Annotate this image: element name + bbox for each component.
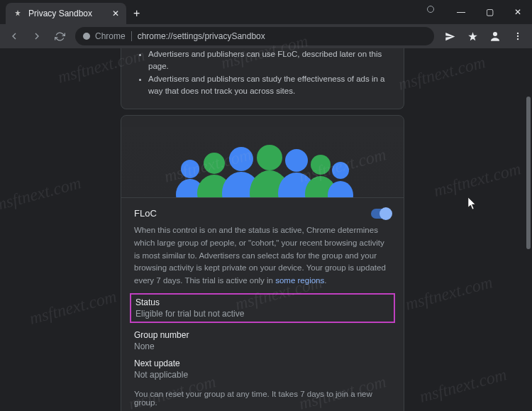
svg-point-1 bbox=[493, 32, 497, 36]
svg-point-3 bbox=[517, 35, 519, 37]
bullet-item: Advertisers and publishers can use FLoC,… bbox=[148, 48, 391, 73]
bookmark-icon[interactable] bbox=[462, 26, 482, 46]
status-value: Eligible for trial but not active bbox=[135, 309, 389, 319]
browser-tab[interactable]: Privacy Sandbox ✕ bbox=[6, 3, 126, 24]
tab-title: Privacy Sandbox bbox=[28, 9, 106, 18]
back-button[interactable] bbox=[4, 26, 24, 46]
floc-toggle[interactable] bbox=[371, 209, 391, 219]
forward-button[interactable] bbox=[27, 26, 47, 46]
floc-card: FLoC When this control is on and the sta… bbox=[121, 115, 404, 411]
status-label: Status bbox=[135, 297, 389, 307]
floc-illustration bbox=[121, 127, 404, 198]
minimize-button[interactable]: — bbox=[447, 2, 475, 22]
new-tab-button[interactable]: + bbox=[133, 7, 140, 20]
some-regions-link[interactable]: some regions bbox=[275, 276, 324, 285]
svg-point-15 bbox=[311, 155, 331, 175]
media-indicator-icon[interactable] bbox=[427, 6, 434, 13]
svg-point-2 bbox=[517, 33, 519, 34]
floc-title: FLoC bbox=[134, 208, 157, 219]
floc-description: When this control is on and the status i… bbox=[134, 224, 391, 287]
site-chip-label: Chrome bbox=[95, 31, 126, 41]
svg-point-7 bbox=[204, 153, 225, 174]
group-value: None bbox=[134, 341, 391, 351]
menu-icon[interactable] bbox=[508, 26, 528, 46]
toolbar: Chrome chrome://settings/privacySandbox bbox=[0, 24, 532, 48]
next-update-value: Not applicable bbox=[134, 370, 391, 380]
site-chip: Chrome bbox=[82, 31, 132, 41]
status-highlight: Status Eligible for trial but not active bbox=[130, 293, 395, 323]
svg-point-9 bbox=[229, 147, 253, 171]
group-label: Group number bbox=[134, 330, 391, 340]
url-text: chrome://settings/privacySandbox bbox=[138, 31, 265, 41]
omnibox[interactable]: Chrome chrome://settings/privacySandbox bbox=[75, 27, 434, 45]
svg-point-17 bbox=[332, 162, 349, 179]
reload-button[interactable] bbox=[50, 26, 70, 46]
svg-point-0 bbox=[83, 33, 90, 40]
next-update-label: Next update bbox=[134, 358, 391, 368]
scrollbar[interactable] bbox=[526, 97, 531, 249]
top-card: Advertisers and publishers can use FLoC,… bbox=[121, 48, 404, 109]
content-area: Advertisers and publishers can use FLoC,… bbox=[0, 48, 532, 411]
profile-icon[interactable] bbox=[485, 26, 505, 46]
close-button[interactable]: ✕ bbox=[504, 2, 532, 22]
tab-close-icon[interactable]: ✕ bbox=[112, 9, 119, 18]
chrome-icon bbox=[82, 32, 91, 40]
svg-point-5 bbox=[181, 160, 199, 178]
svg-point-4 bbox=[517, 38, 519, 40]
send-tab-icon[interactable] bbox=[440, 26, 460, 46]
bullet-item: Advertisers and publishers can study the… bbox=[148, 73, 391, 98]
maximize-button[interactable]: ▢ bbox=[475, 2, 504, 22]
titlebar: Privacy Sandbox ✕ + — ▢ ✕ bbox=[0, 0, 532, 24]
svg-point-11 bbox=[257, 145, 282, 170]
reset-note: You can reset your group at any time. It… bbox=[134, 390, 391, 407]
tab-favicon-icon bbox=[13, 9, 23, 18]
svg-point-13 bbox=[285, 149, 308, 172]
